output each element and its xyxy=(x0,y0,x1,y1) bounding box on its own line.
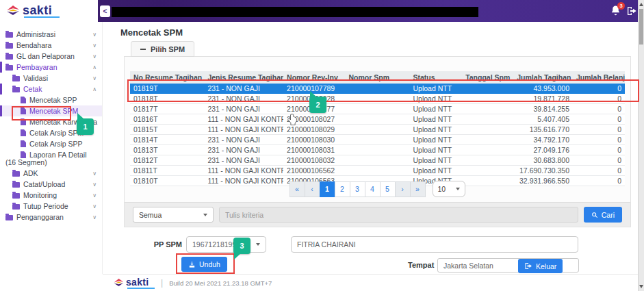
sidebar-item-label: Monitoring xyxy=(23,191,57,199)
sidebar-menu-item[interactable]: Administrasi ∨ xyxy=(0,29,102,40)
cell-jenis-resume: 231 - NON GAJI xyxy=(204,104,283,114)
cell-no-resume: 01814T xyxy=(130,135,204,145)
pagination-first-button[interactable]: « xyxy=(289,181,305,197)
pagination-prev-button[interactable]: ‹ xyxy=(305,181,320,197)
sidebar-menu-item[interactable]: Pembayaran ∧ xyxy=(0,62,102,73)
cell-tanggal-spm xyxy=(461,145,513,155)
cell-jumlah-tagihan: 43.953.000 xyxy=(513,84,573,94)
table-row[interactable]: 01814T 231 - NON GAJI 210000108030 Uploa… xyxy=(130,135,625,145)
sidebar-item-label: Bendahara xyxy=(16,41,51,49)
logout-icon xyxy=(626,6,637,16)
menu-item-icon xyxy=(12,182,20,188)
chevron-icon: ∨ xyxy=(92,31,96,38)
cell-no-resume: 01812T xyxy=(130,155,204,166)
cell-jenis-resume: 231 - NON GAJI xyxy=(204,84,283,94)
sidebar-menu-item[interactable]: GL dan Pelaporan ∨ xyxy=(0,51,102,62)
column-header[interactable]: No Resume Tagihan xyxy=(130,71,204,84)
column-header[interactable]: Nomor Rev-Inv xyxy=(283,71,345,84)
cell-jumlah-tagihan: 34.792.170 xyxy=(513,135,573,145)
sidebar-menu-item[interactable]: ADK ∨ xyxy=(0,168,102,179)
sidebar-item-label: Cetak xyxy=(23,85,42,93)
sidebar-menu-item[interactable]: Tutup Periode ∨ xyxy=(0,201,102,212)
table-row[interactable]: 01811T 111 - NON GAJI KONTRAKT 210000106… xyxy=(130,166,625,176)
column-header[interactable]: Jenis Resume Tagihan xyxy=(204,71,283,84)
cell-status: Upload NTT xyxy=(409,125,461,135)
table-row[interactable]: 01815T 111 - NON GAJI KONTRAKT 210000108… xyxy=(130,125,625,135)
column-header[interactable]: Jumlah Belanja xyxy=(573,71,625,84)
scroll-up-arrow-icon[interactable] xyxy=(639,3,643,6)
sidebar-menu-item[interactable]: Catat/Upload ∨ xyxy=(0,179,102,190)
sidebar-menu-item[interactable]: Validasi ∨ xyxy=(0,73,102,84)
column-header[interactable]: Tanggal Spm xyxy=(461,71,513,84)
pp-spm-name-input[interactable] xyxy=(291,236,578,253)
pagination-page-button[interactable]: 1 xyxy=(320,181,335,197)
criteria-input[interactable] xyxy=(219,207,578,223)
sidebar-menu-item[interactable]: Laporan FA Detail (16 Segmen) xyxy=(0,149,102,168)
menu-item-icon xyxy=(21,129,26,136)
cell-nomor-spm xyxy=(345,114,409,125)
cell-jumlah-belanja: 0 xyxy=(573,84,625,94)
pagination-page-button[interactable]: 2 xyxy=(335,181,350,197)
sidebar-menu-item[interactable]: Mencetak SPM xyxy=(0,105,102,116)
annotation-step-1: 1 xyxy=(77,118,94,135)
menu-item-icon xyxy=(21,151,26,158)
pp-spm-select[interactable]: 19671218199503 xyxy=(186,236,266,253)
column-header[interactable]: Status xyxy=(409,71,461,84)
table-row[interactable]: 01816T 111 - NON GAJI KONTRAKT 210000108… xyxy=(130,114,625,125)
chevron-down-icon xyxy=(456,188,460,190)
cell-status: Upload NTT xyxy=(409,166,461,176)
pagination-next-button[interactable]: › xyxy=(395,181,411,197)
sidebar-item-label: Administrasi xyxy=(16,30,55,38)
scrollbar-thumb[interactable] xyxy=(639,9,643,45)
spm-table: No Resume TagihanJenis Resume TagihanNom… xyxy=(130,71,625,186)
sidebar-menu-item[interactable]: Bendahara ∨ xyxy=(0,40,102,51)
pagination-last-button[interactable]: » xyxy=(410,181,426,197)
cell-status: Upload NTT xyxy=(409,145,461,155)
sidebar-collapse-button[interactable]: < xyxy=(100,5,110,17)
table-header-row: No Resume TagihanJenis Resume TagihanNom… xyxy=(130,71,625,84)
unduh-button[interactable]: Unduh xyxy=(181,257,227,272)
cell-jenis-resume: 111 - NON GAJI KONTRAKT xyxy=(204,114,283,125)
cell-no-resume: 01811T xyxy=(130,166,204,176)
table-row[interactable]: 01819T 231 - NON GAJI 210000107789 Uploa… xyxy=(130,84,625,94)
sidebar-menu-item[interactable]: Cetak Arsip SPP xyxy=(0,138,102,149)
cell-nomor-rev-inv: 210000107789 xyxy=(283,84,345,94)
menu-item-icon xyxy=(21,140,26,147)
cell-jumlah-tagihan: 39.814.255 xyxy=(513,104,573,114)
scroll-down-arrow-icon[interactable] xyxy=(639,285,643,288)
filter-select[interactable]: Semua xyxy=(133,207,214,223)
vertical-scrollbar[interactable] xyxy=(638,0,644,291)
table-row[interactable]: 01818T 231 - NON GAJI 210000108028 Uploa… xyxy=(130,94,625,104)
cell-nomor-spm xyxy=(345,104,409,114)
pilih-spm-tab[interactable]: Pilih SPM xyxy=(131,41,194,57)
pp-spm-label: PP SPM xyxy=(146,240,182,249)
cell-no-resume: 01815T xyxy=(130,125,204,135)
cell-nomor-spm xyxy=(345,145,409,155)
sidebar-menu-item[interactable]: Mencetak SPP xyxy=(0,94,102,105)
pagination-page-button[interactable]: 3 xyxy=(350,181,365,197)
page-size-select[interactable]: 10 xyxy=(433,181,465,197)
keluar-button[interactable]: Keluar xyxy=(518,259,563,273)
cari-button[interactable]: Cari xyxy=(584,207,622,223)
pagination-page-button[interactable]: 5 xyxy=(380,181,396,197)
sakti-logo-icon xyxy=(114,278,124,287)
sidebar-menu-item[interactable]: Penganggaran ∨ xyxy=(0,212,102,223)
column-header[interactable]: Nomor Spm xyxy=(345,71,409,84)
chevron-icon: ∨ xyxy=(92,170,96,177)
table-row[interactable]: 01812T 231 - NON GAJI 210000108032 Uploa… xyxy=(130,155,625,166)
column-header[interactable]: Jumlah Tagihan xyxy=(513,71,573,84)
keluar-button-label: Keluar xyxy=(536,262,556,270)
cell-nomor-spm xyxy=(345,94,409,104)
table-row[interactable]: 01813T 231 - NON GAJI 210000108031 Uploa… xyxy=(130,145,625,155)
pagination-page-button[interactable]: 4 xyxy=(365,181,381,197)
footer-brand-tagline-bar xyxy=(127,288,155,289)
sidebar-menu-item[interactable]: Cetak ∧ xyxy=(0,84,102,94)
sidebar-menu-item[interactable]: Monitoring ∨ xyxy=(0,190,102,201)
cell-tanggal-spm xyxy=(461,104,513,114)
page-title: Mencetak SPM xyxy=(120,27,183,38)
logout-button[interactable] xyxy=(626,6,637,18)
table-row[interactable]: 01817T 231 - NON GAJI 210000106777 Uploa… xyxy=(130,104,625,114)
cell-tanggal-spm xyxy=(461,166,513,176)
chevron-icon: ∨ xyxy=(92,203,96,210)
sidebar-item-label: Catat/Upload xyxy=(23,180,65,188)
